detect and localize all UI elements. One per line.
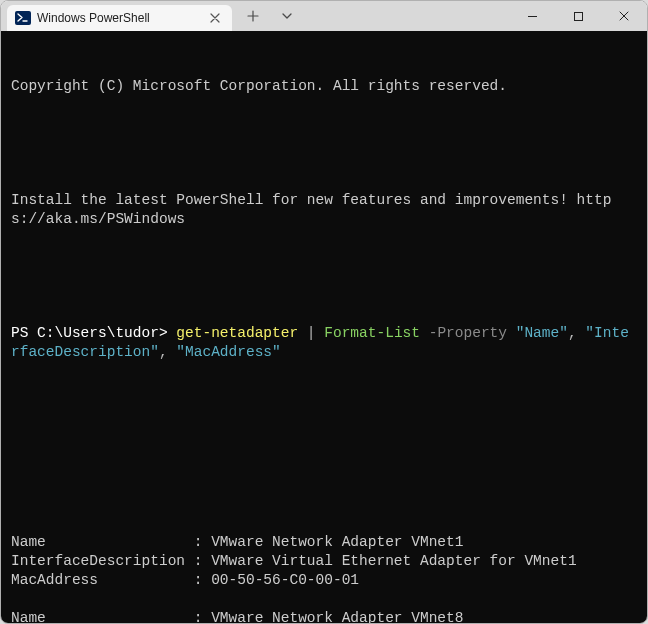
blank-line xyxy=(11,457,637,476)
close-icon xyxy=(618,10,630,22)
maximize-button[interactable] xyxy=(555,1,601,31)
adapter-desc: InterfaceDescription : VMware Virtual Et… xyxy=(11,552,637,571)
tab-title: Windows PowerShell xyxy=(37,11,200,25)
adapter-block: Name : VMware Network Adapter VMnet1Inte… xyxy=(11,533,637,590)
chevron-down-icon xyxy=(281,10,293,22)
blank-line xyxy=(11,267,637,286)
tab-close-button[interactable] xyxy=(206,9,224,27)
maximize-icon xyxy=(573,11,584,22)
filter-cmdlet: Format-List xyxy=(324,325,420,341)
minimize-icon xyxy=(527,11,538,22)
adapter-mac: MacAddress : 00-50-56-C0-00-01 xyxy=(11,571,637,590)
tab-powershell[interactable]: Windows PowerShell xyxy=(7,5,232,31)
install-msg-line: Install the latest PowerShell for new fe… xyxy=(11,191,637,229)
arg-2: "MacAddress" xyxy=(176,344,280,360)
adapter-name: Name : VMware Network Adapter VMnet1 xyxy=(11,533,637,552)
flag: -Property xyxy=(429,325,507,341)
blank-line xyxy=(11,400,637,419)
pipe: | xyxy=(307,325,316,341)
titlebar-drag-area[interactable] xyxy=(302,1,509,31)
adapter-block: Name : VMware Network Adapter VMnet8Inte… xyxy=(11,609,637,623)
blank-line xyxy=(11,134,637,153)
svg-rect-3 xyxy=(574,12,582,20)
powershell-icon xyxy=(15,10,31,26)
copyright-line: Copyright (C) Microsoft Corporation. All… xyxy=(11,77,637,96)
plus-icon xyxy=(247,10,259,22)
titlebar: Windows PowerShell xyxy=(1,1,647,31)
command-line: PS C:\Users\tudor> get-netadapter | Form… xyxy=(11,324,637,362)
window-controls xyxy=(509,1,647,31)
minimize-button[interactable] xyxy=(509,1,555,31)
adapters-output: Name : VMware Network Adapter VMnet1Inte… xyxy=(11,533,637,623)
arg-0: "Name" xyxy=(516,325,568,341)
new-tab-button[interactable] xyxy=(238,1,268,31)
prompt: PS C:\Users\tudor> xyxy=(11,325,176,341)
cmdlet: get-netadapter xyxy=(176,325,298,341)
close-icon xyxy=(210,13,220,23)
adapter-name: Name : VMware Network Adapter VMnet8 xyxy=(11,609,637,623)
blank-line xyxy=(11,590,637,609)
terminal-output[interactable]: Copyright (C) Microsoft Corporation. All… xyxy=(1,31,647,623)
svg-rect-0 xyxy=(15,11,31,25)
app-window: Windows PowerShell xyxy=(0,0,648,624)
close-window-button[interactable] xyxy=(601,1,647,31)
tab-dropdown-button[interactable] xyxy=(272,1,302,31)
tab-actions xyxy=(232,1,302,31)
